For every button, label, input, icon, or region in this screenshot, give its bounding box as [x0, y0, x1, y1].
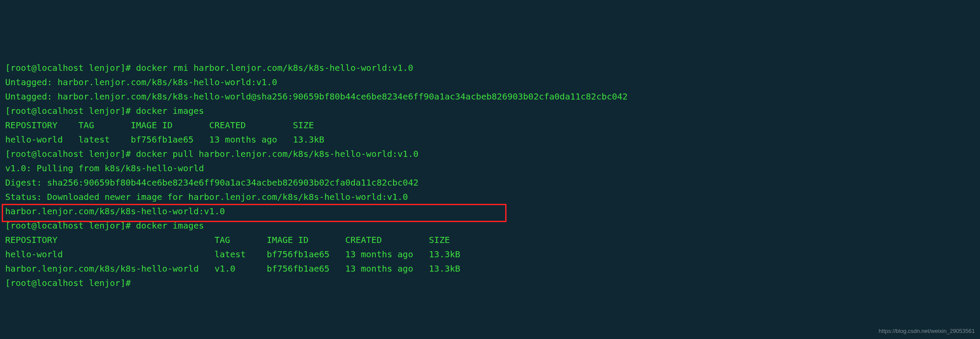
- shell-prompt: [root@localhost lenjor]#: [5, 278, 136, 288]
- output-line: v1.0: Pulling from k8s/k8s-hello-world: [5, 163, 204, 173]
- shell-prompt: [root@localhost lenjor]#: [5, 220, 136, 231]
- terminal-output[interactable]: [root@localhost lenjor]# docker rmi harb…: [5, 61, 975, 290]
- output-line: Untagged: harbor.lenjor.com/k8s/k8s-hell…: [5, 77, 277, 87]
- command-text: docker rmi harbor.lenjor.com/k8s/k8s-hel…: [136, 63, 413, 73]
- output-line: REPOSITORY TAG IMAGE ID CREATED SIZE: [5, 235, 450, 245]
- command-text: docker images: [136, 106, 204, 116]
- output-line: Status: Downloaded newer image for harbo…: [5, 192, 408, 202]
- watermark-text: https://blog.csdn.net/weixin_29053561: [879, 326, 975, 336]
- output-line: hello-world latest bf756fb1ae65 13 month…: [5, 134, 324, 145]
- command-text: docker pull harbor.lenjor.com/k8s/k8s-he…: [136, 149, 418, 159]
- output-line: harbor.lenjor.com/k8s/k8s-hello-world v1…: [5, 263, 460, 274]
- output-line: harbor.lenjor.com/k8s/k8s-hello-world:v1…: [5, 206, 225, 216]
- command-text: docker images: [136, 220, 204, 231]
- shell-prompt: [root@localhost lenjor]#: [5, 106, 136, 116]
- output-line: Digest: sha256:90659bf80b44ce6be8234e6ff…: [5, 177, 418, 188]
- output-line: Untagged: harbor.lenjor.com/k8s/k8s-hell…: [5, 91, 628, 102]
- shell-prompt: [root@localhost lenjor]#: [5, 149, 136, 159]
- output-line: REPOSITORY TAG IMAGE ID CREATED SIZE: [5, 120, 314, 130]
- shell-prompt: [root@localhost lenjor]#: [5, 63, 136, 73]
- output-line: hello-world latest bf756fb1ae65 13 month…: [5, 249, 460, 259]
